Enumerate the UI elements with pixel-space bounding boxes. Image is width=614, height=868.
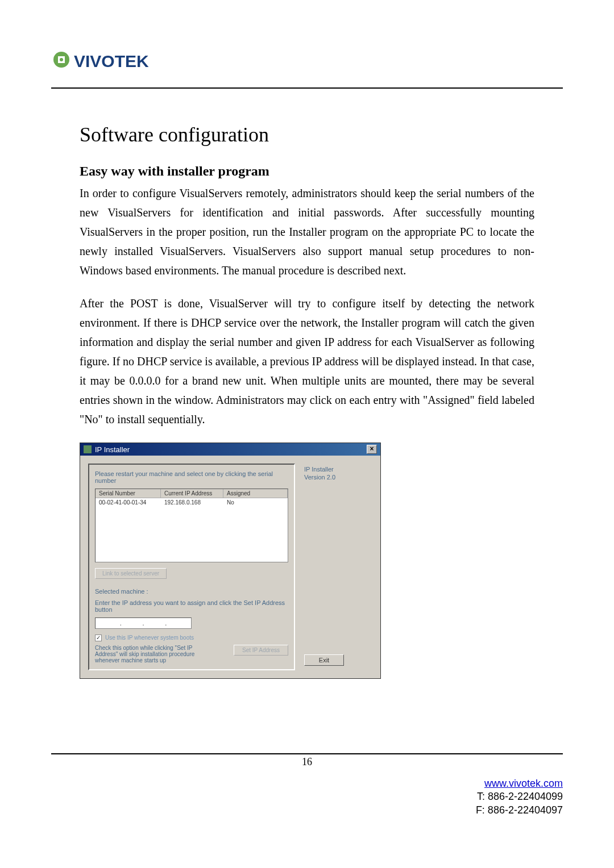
paragraph-2: After the POST is done, VisualServer wil… bbox=[80, 294, 534, 429]
help-text: Check this option while clicking "Set IP… bbox=[95, 645, 214, 663]
instruction-text: Please restart your machine and select o… bbox=[95, 470, 288, 484]
enter-ip-instruction: Enter the IP address you want to assign … bbox=[95, 599, 288, 613]
col-assigned-header: Assigned bbox=[223, 489, 288, 498]
section-subtitle: Easy way with installer program bbox=[80, 164, 534, 179]
svg-point-2 bbox=[60, 58, 63, 61]
vivotek-logo-icon: VIVOTEK bbox=[51, 45, 165, 74]
link-server-button[interactable]: Link to selected server bbox=[95, 568, 167, 579]
app-icon bbox=[84, 445, 92, 453]
close-button[interactable]: × bbox=[367, 445, 377, 454]
page-footer: www.vivotek.com T: 886-2-22404099 F: 886… bbox=[476, 777, 563, 817]
product-version: Version 2.0 bbox=[304, 474, 372, 481]
installer-side-panel: IP Installer Version 2.0 Exit bbox=[304, 464, 372, 670]
selected-machine-label: Selected machine : bbox=[95, 588, 288, 595]
ip-installer-window: IP Installer × Please restart your machi… bbox=[80, 443, 381, 679]
ip-address-input[interactable]: . . . bbox=[95, 617, 192, 629]
col-serial-header: Serial Number bbox=[96, 489, 161, 498]
row-ip: 192.168.0.168 bbox=[161, 498, 223, 507]
listbox-header: Serial Number Current IP Address Assigne… bbox=[96, 489, 288, 498]
row-serial: 00-02-41-00-01-34 bbox=[96, 498, 161, 507]
installer-main-panel: Please restart your machine and select o… bbox=[88, 464, 295, 670]
website-link[interactable]: www.vivotek.com bbox=[484, 778, 563, 789]
page-title: Software configuration bbox=[80, 123, 534, 147]
window-title: IP Installer bbox=[95, 445, 130, 454]
paragraph-1: In order to configure VisualServers remo… bbox=[80, 183, 534, 280]
boot-ip-checkbox[interactable]: ✓ bbox=[95, 635, 102, 641]
product-name: IP Installer bbox=[304, 466, 372, 473]
server-listbox[interactable]: Serial Number Current IP Address Assigne… bbox=[95, 489, 288, 562]
table-row[interactable]: 00-02-41-00-01-34 192.168.0.168 No bbox=[96, 498, 288, 507]
footer-fax: F: 886-2-22404097 bbox=[476, 804, 563, 816]
row-assigned: No bbox=[223, 498, 288, 507]
bottom-divider bbox=[51, 753, 563, 754]
page-number: 16 bbox=[0, 756, 614, 768]
col-ip-header: Current IP Address bbox=[161, 489, 223, 498]
svg-text:VIVOTEK: VIVOTEK bbox=[74, 52, 149, 70]
footer-tel: T: 886-2-22404099 bbox=[477, 791, 563, 802]
boot-ip-checkbox-label: Use this IP whenever system boots bbox=[105, 635, 194, 641]
top-divider bbox=[51, 87, 563, 89]
brand-logo: VIVOTEK bbox=[51, 45, 563, 76]
window-titlebar: IP Installer × bbox=[80, 443, 380, 456]
exit-button[interactable]: Exit bbox=[304, 654, 344, 666]
set-ip-button[interactable]: Set IP Address bbox=[234, 645, 288, 656]
